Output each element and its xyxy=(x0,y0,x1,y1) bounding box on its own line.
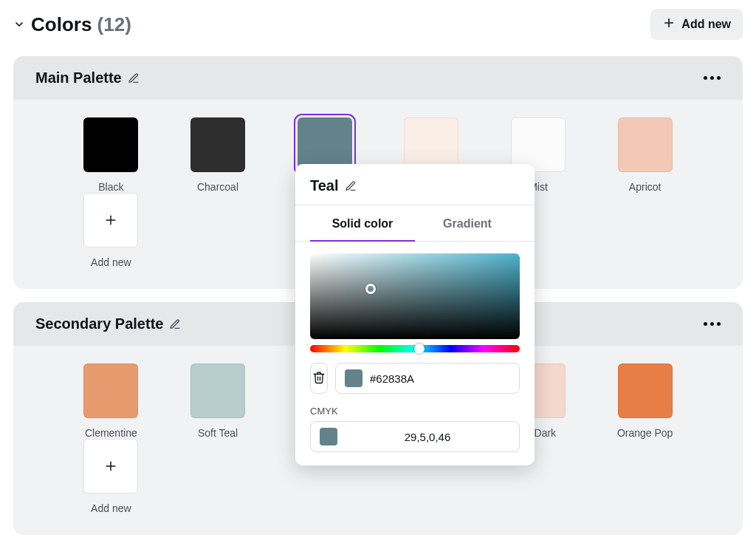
swatch-label: Charcoal xyxy=(197,181,238,193)
cmyk-input[interactable] xyxy=(345,431,510,443)
swatch-cell: Charcoal xyxy=(179,117,257,193)
add-new-label: Add new xyxy=(681,18,731,31)
swatch-clementine[interactable] xyxy=(83,363,138,418)
pencil-icon[interactable] xyxy=(128,72,140,84)
swatch-cell: Apricot xyxy=(606,117,684,193)
hex-input[interactable] xyxy=(370,372,510,385)
popover-title: Teal xyxy=(310,177,339,194)
add-swatch-button[interactable] xyxy=(83,193,138,247)
swatch-soft-teal[interactable] xyxy=(190,363,245,418)
chevron-down-icon[interactable] xyxy=(13,18,25,30)
tab-solid-color[interactable]: Solid color xyxy=(310,205,415,241)
swatch-charcoal[interactable] xyxy=(190,117,245,172)
palette-title: Main Palette xyxy=(35,69,122,86)
swatch-label: Clementine xyxy=(85,427,137,439)
swatch-black[interactable] xyxy=(83,117,138,172)
cmyk-label: CMYK xyxy=(310,406,520,417)
hue-slider[interactable] xyxy=(310,345,520,352)
swatch-cell: Clementine xyxy=(72,363,150,439)
page-title: Colors (12) xyxy=(31,13,131,36)
page-title-text: Colors xyxy=(31,13,92,35)
palette-title: Secondary Palette xyxy=(35,315,163,332)
more-icon[interactable] xyxy=(704,322,721,326)
tab-gradient[interactable]: Gradient xyxy=(415,205,520,241)
sv-handle[interactable] xyxy=(365,284,376,294)
swatch-cell: Orange Pop xyxy=(606,363,684,439)
cmyk-field[interactable] xyxy=(310,421,520,452)
pencil-icon[interactable] xyxy=(345,180,357,192)
swatch-apricot[interactable] xyxy=(618,117,673,172)
swatch-cell-add: Add new xyxy=(72,439,150,514)
add-swatch-button[interactable] xyxy=(83,439,138,494)
page-title-count: (12) xyxy=(97,13,131,35)
delete-color-button[interactable] xyxy=(310,363,328,394)
add-swatch-label: Add new xyxy=(91,256,131,268)
swatch-cell: Soft Teal xyxy=(179,363,257,439)
swatch-label: Black xyxy=(98,181,123,193)
hue-handle[interactable] xyxy=(414,344,425,354)
swatch-cell: Black xyxy=(72,117,150,193)
saturation-value-picker[interactable] xyxy=(310,253,520,339)
plus-icon xyxy=(662,16,676,33)
color-picker-popover: Teal Solid color Gradient CMYK xyxy=(295,164,535,465)
pencil-icon[interactable] xyxy=(169,318,181,330)
hex-field[interactable] xyxy=(335,363,520,394)
add-swatch-label: Add new xyxy=(91,502,131,514)
swatch-label: Apricot xyxy=(629,181,662,193)
more-icon[interactable] xyxy=(704,76,721,80)
trash-icon xyxy=(312,371,326,386)
cmyk-chip xyxy=(320,428,337,445)
hex-chip xyxy=(345,369,362,387)
swatch-label: Orange Pop xyxy=(617,427,673,439)
add-new-button[interactable]: Add new xyxy=(650,9,743,40)
swatch-label: Soft Teal xyxy=(198,427,238,439)
swatch-cell-add: Add new xyxy=(72,193,150,268)
swatch-orange-pop[interactable] xyxy=(618,363,673,418)
color-tabs: Solid color Gradient xyxy=(295,205,535,242)
